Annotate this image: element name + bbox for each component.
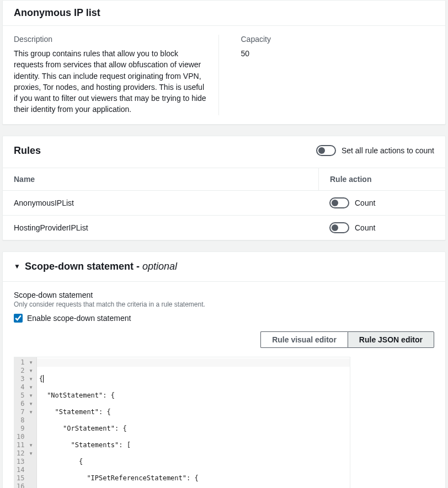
table-row: HostingProviderIPList Count — [3, 215, 445, 240]
rule-action-toggle[interactable] — [329, 222, 349, 233]
editor-gutter: 1 ▾ 2 ▾ 3 ▾ 4 ▾ 5 ▾ 6 ▾ 7 ▾ 8 9 10 11 ▾1… — [14, 357, 37, 488]
capacity-value: 50 — [241, 48, 435, 59]
editor-mode-group: Rule visual editor Rule JSON editor — [14, 331, 434, 348]
rules-panel: Rules Set all rule actions to count Name… — [2, 136, 446, 240]
rule-action-label: Count — [355, 223, 375, 232]
set-all-actions-label: Set all rule actions to count — [342, 146, 434, 155]
rules-table: Name Rule action AnonymousIPList Count H… — [3, 168, 445, 240]
scope-subheading: Scope-down statement — [14, 291, 434, 299]
description-column: Description This group contains rules th… — [14, 35, 219, 115]
json-code-editor[interactable]: 1 ▾ 2 ▾ 3 ▾ 4 ▾ 5 ▾ 6 ▾ 7 ▾ 8 9 10 11 ▾1… — [14, 357, 350, 488]
capacity-label: Capacity — [241, 35, 435, 44]
rule-action-toggle[interactable] — [329, 197, 349, 208]
scope-down-panel: ▼ Scope-down statement - optional Scope-… — [2, 251, 446, 488]
rule-json-editor-button[interactable]: Rule JSON editor — [348, 331, 434, 348]
table-row: AnonymousIPList Count — [3, 190, 445, 215]
enable-scope-checkbox[interactable] — [14, 314, 23, 323]
rules-title: Rules — [14, 145, 41, 157]
caret-down-icon: ▼ — [14, 263, 20, 270]
scope-helper: Only consider requests that match the cr… — [14, 301, 434, 308]
rule-visual-editor-button[interactable]: Rule visual editor — [260, 331, 348, 348]
enable-scope-label: Enable scope-down statement — [27, 314, 131, 323]
group-info-body: Description This group contains rules th… — [3, 26, 445, 124]
group-title: Anonymous IP list — [14, 7, 434, 19]
scope-down-title: Scope-down statement - optional — [25, 261, 177, 272]
set-all-actions-row: Set all rule actions to count — [316, 145, 434, 156]
set-all-actions-toggle[interactable] — [316, 145, 336, 156]
description-label: Description — [14, 35, 207, 44]
col-name: Name — [3, 168, 318, 190]
group-info-header: Anonymous IP list — [3, 1, 445, 26]
rule-action-label: Count — [355, 199, 375, 207]
enable-scope-row[interactable]: Enable scope-down statement — [14, 314, 434, 323]
scope-down-header[interactable]: ▼ Scope-down statement - optional — [3, 252, 445, 281]
description-value: This group contains rules that allow you… — [14, 48, 207, 115]
rule-name: HostingProviderIPList — [3, 217, 318, 239]
col-action: Rule action — [318, 168, 445, 190]
capacity-column: Capacity 50 — [241, 35, 435, 115]
rule-name: AnonymousIPList — [3, 192, 318, 214]
group-info-panel: Anonymous IP list Description This group… — [2, 0, 446, 125]
editor-code[interactable]: { "NotStatement": { "Statement": { "OrSt… — [37, 357, 350, 488]
